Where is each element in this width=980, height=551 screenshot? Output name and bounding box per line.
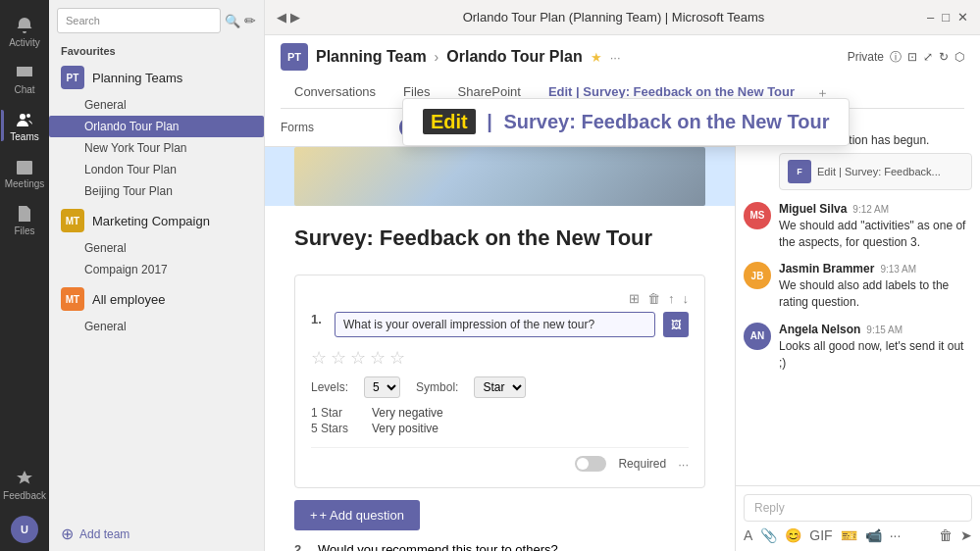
channel-title-row: PT Planning Team › Orlando Tour Plan ★ ·… [281, 43, 964, 71]
channel-item-general-mc[interactable]: General [49, 237, 264, 259]
label-1-star: 1 Star [311, 406, 360, 420]
team-avatar-mc: MT [61, 209, 84, 232]
form-main: Forms AN JB MS 👁 Preview 🎨 Theme [265, 109, 735, 551]
question-1-input[interactable] [335, 312, 655, 337]
label-5-value: Very positive [372, 422, 438, 435]
levels-select[interactable]: 5 [364, 376, 400, 398]
chat-avatar-1: MS [744, 202, 771, 229]
channel-item-beijing[interactable]: Beijing Tour Plan [49, 180, 264, 202]
team-item-allemployee[interactable]: MT All employee [49, 282, 264, 316]
tooltip-pipe: | [482, 111, 498, 132]
question-more-icon[interactable]: ··· [678, 457, 689, 472]
nav-item-meetings[interactable]: Meetings [1, 149, 48, 196]
format-icon[interactable]: A [744, 527, 752, 543]
tooltip-survey-label: Survey: Feedback on the New Tour [504, 111, 736, 132]
symbol-label: Symbol: [416, 380, 458, 394]
nav-item-teams[interactable]: Teams [1, 102, 48, 149]
label-row-1: 1 Star Very negative [311, 406, 689, 420]
chat-msg-preview-0: F Edit | Survey: Feedback... [779, 153, 972, 190]
required-toggle[interactable] [575, 456, 606, 472]
chat-avatar-2: JB [744, 262, 771, 289]
symbol-select[interactable]: Star [474, 376, 526, 398]
breadcrumb-arrow: › [435, 49, 439, 65]
channel-item-newyork[interactable]: New York Tour Plan [49, 137, 264, 159]
teams-panel: Search 🔍 ✏ Favourites PT Planning Teams … [49, 0, 265, 551]
chat-tools: A 📎 😊 GIF 🎫 📹 ··· 🗑 ➤ [744, 527, 972, 543]
star-3: ☆ [350, 347, 366, 369]
channel-item-london[interactable]: London Tour Plan [49, 159, 264, 180]
chat-msg-text-2: We should also add labels to the rating … [779, 277, 972, 311]
star-icon[interactable]: ★ [591, 50, 602, 65]
forward-arrow[interactable]: ▶ [290, 10, 300, 25]
move-down-icon[interactable]: ↓ [683, 291, 690, 306]
image-btn-1[interactable]: 🖼 [663, 312, 689, 337]
channel-item-orlando[interactable]: Orlando Tour Plan [49, 116, 264, 137]
chat-msg-time-2: 9:13 AM [880, 264, 916, 275]
delete-msg-icon[interactable]: 🗑 [939, 527, 953, 543]
chat-reply-input[interactable]: Reply [744, 494, 972, 522]
nav-arrows: ◀ ▶ [277, 10, 300, 25]
private-label: Private [848, 50, 884, 64]
team-item-marketing[interactable]: MT Marketing Compaign [49, 204, 264, 237]
favorites-label: Favourites [49, 41, 264, 61]
toolbar-icon-4[interactable]: ⬡ [954, 50, 964, 64]
chat-msg-header-1: Miguel Silva 9:12 AM [779, 202, 972, 216]
chat-msg-time-1: 9:12 AM [852, 204, 889, 215]
rating-labels: 1 Star Very negative 5 Stars Very positi… [311, 406, 689, 435]
user-avatar[interactable]: U [11, 516, 38, 543]
question-2-text: Would you recommend this tour to others? [318, 542, 558, 551]
search-icon[interactable]: 🔍 [225, 14, 240, 28]
add-team-button[interactable]: ⊕ Add team [49, 517, 264, 551]
chat-panel: K Kat 9:10 AM Tab conversation has begun… [735, 109, 980, 551]
minimize-button[interactable]: – [927, 10, 934, 25]
close-button[interactable]: ✕ [957, 10, 968, 25]
delete-icon[interactable]: 🗑 [647, 291, 660, 306]
tab-conversations[interactable]: Conversations [281, 78, 389, 109]
team-name-text: Planning Team [316, 48, 427, 66]
nav-item-feedback[interactable]: Feedback [1, 461, 48, 508]
grid-icon[interactable]: ⊞ [629, 291, 640, 306]
team-item-planning[interactable]: PT Planning Teams [49, 61, 264, 94]
chat-msg-3: AN Angela Nelson 9:15 AM Looks all good … [744, 323, 972, 372]
move-up-icon[interactable]: ↑ [668, 291, 675, 306]
chat-msg-time-3: 9:15 AM [866, 325, 903, 335]
chat-messages: K Kat 9:10 AM Tab conversation has begun… [736, 109, 980, 485]
forms-area: Forms AN JB MS 👁 Preview 🎨 Theme [265, 109, 980, 551]
more-tools-icon[interactable]: ··· [890, 527, 902, 543]
title-bar: ◀ ▶ Orlando Tour Plan (Planning Team) | … [265, 0, 980, 35]
channel-item-compaign[interactable]: Compaign 2017 [49, 259, 264, 280]
info-icon[interactable]: ⓘ [890, 49, 902, 66]
chat-msg-name-1: Miguel Silva [779, 202, 847, 216]
chat-avatar-3: AN [744, 323, 771, 350]
compose-icon[interactable]: ✏ [244, 13, 256, 28]
label-row-5: 5 Stars Very positive [311, 422, 689, 435]
levels-label: Levels: [311, 380, 348, 394]
nav-item-files[interactable]: Files [1, 196, 48, 243]
meeting-icon[interactable]: 📹 [865, 527, 882, 543]
emoji-icon[interactable]: 😊 [785, 527, 801, 543]
back-arrow[interactable]: ◀ [277, 10, 286, 25]
attach-icon[interactable]: 📎 [760, 527, 777, 543]
sticker-icon[interactable]: 🎫 [841, 527, 857, 543]
send-icon[interactable]: ➤ [960, 527, 972, 543]
toolbar-icon-3[interactable]: ↻ [939, 50, 949, 64]
nav-item-chat[interactable]: Chat [1, 55, 48, 102]
nav-item-activity[interactable]: Activity [1, 8, 48, 55]
forms-label: Forms [281, 121, 314, 134]
chat-msg-body-3: Angela Nelson 9:15 AM Looks all good now… [779, 323, 972, 372]
gif-icon[interactable]: GIF [809, 527, 832, 543]
search-area: Search 🔍 ✏ [49, 0, 264, 41]
maximize-button[interactable]: □ [942, 10, 950, 25]
chat-msg-text-1: We should add "activities" as one of the… [779, 218, 972, 251]
channel-item-general-pt[interactable]: General [49, 94, 264, 116]
tooltip-content: Edit | Survey: Feedback on the New Tour [423, 111, 735, 133]
label-1-value: Very negative [372, 406, 443, 420]
add-question-button[interactable]: + + Add question [294, 500, 420, 530]
more-icon[interactable]: ··· [610, 50, 621, 65]
star-5: ☆ [389, 347, 405, 369]
question-1-number: 1. [311, 312, 327, 326]
toolbar-icon-2[interactable]: ⤢ [923, 50, 933, 64]
toolbar-icon-1[interactable]: ⊡ [907, 50, 917, 64]
channel-item-general-ae[interactable]: General [49, 316, 264, 337]
search-input[interactable]: Search [57, 8, 221, 33]
